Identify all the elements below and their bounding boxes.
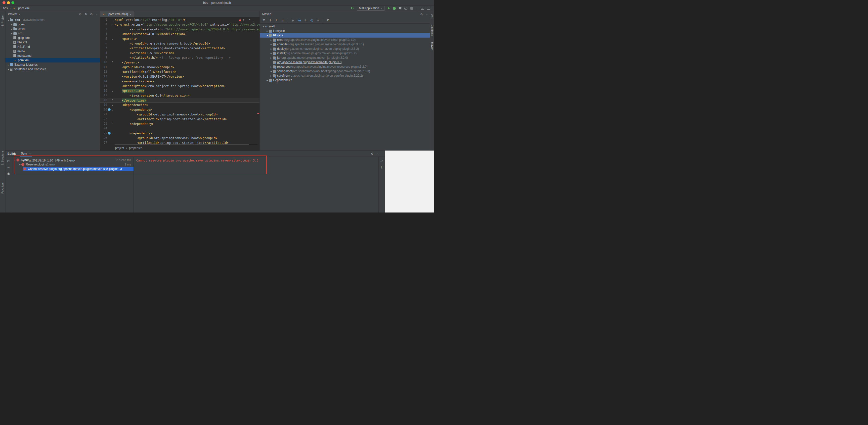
zoom-window-button[interactable] — [11, 1, 14, 4]
chevron-right-icon[interactable]: ▸ — [10, 23, 13, 26]
code-line[interactable]: 17 <java.version>1.8</java.version> — [100, 93, 259, 98]
code-line[interactable]: 8 <version>2.5.3</version> — [100, 51, 259, 55]
project-tree-item[interactable]: HELP.md — [5, 45, 100, 49]
chevron-right-icon[interactable]: ▸ — [270, 52, 273, 55]
chevron-right-icon[interactable]: ▸ — [270, 65, 273, 68]
code-line[interactable]: 22 <artifactId>spring-boot-starter-web</… — [100, 117, 259, 121]
maven-tree-item[interactable]: ▸Lifecycle — [260, 29, 430, 33]
code-line[interactable]: 12 <artifactId>mall</artifactId> — [100, 69, 259, 74]
skip-tests-icon[interactable]: ↯ — [304, 19, 308, 22]
error-stripe-mark[interactable] — [257, 113, 259, 114]
expand-collapse-icon[interactable] — [85, 13, 87, 16]
scroll-to-end-icon[interactable]: ⇓ — [380, 166, 383, 169]
close-icon[interactable] — [29, 151, 31, 155]
prev-error-icon[interactable] — [248, 19, 251, 22]
minimize-window-button[interactable] — [7, 1, 10, 4]
settings-gear-icon[interactable] — [371, 152, 374, 155]
code-line[interactable]: 5⌄ <parent> — [100, 36, 259, 41]
editor-tab-pom-xml[interactable]: pom.xml (mall) — [100, 11, 134, 17]
build-tree-item[interactable]: Cannot resolve plugin org.apache.maven.p… — [12, 167, 133, 171]
code-line[interactable]: 18⌃ </properties> — [100, 98, 259, 103]
code-line[interactable]: 26 <groupId>org.springframework.boot</gr… — [100, 136, 259, 140]
fold-marker[interactable]: ⌄ — [111, 88, 114, 93]
code-line[interactable]: 9 <relativePath/> <!-- lookup parent fro… — [100, 55, 259, 60]
chevron-right-icon[interactable]: ▸ — [10, 32, 13, 35]
code-line[interactable]: 3 xsi:schemaLocation="http://maven.apach… — [100, 27, 259, 32]
offline-mode-icon[interactable]: ◎ — [310, 19, 314, 22]
eye-icon[interactable]: ◉ — [7, 172, 10, 175]
code-line[interactable]: 25⌄ <dependency> — [100, 131, 259, 136]
execute-maven-goal-icon[interactable]: m — [297, 19, 301, 22]
tool-window-button-ant[interactable]: Ant — [431, 14, 434, 19]
project-tree-item[interactable]: ▸.mvn — [5, 27, 100, 31]
project-tree-item[interactable]: bbs.iml — [5, 40, 100, 45]
breadcrumb-item-properties[interactable]: properties — [129, 146, 142, 150]
maven-tree-item[interactable]: ▸resources (org.apache.maven.plugins:mav… — [260, 64, 430, 69]
chevron-right-icon[interactable]: ▸ — [266, 79, 269, 82]
breadcrumb-project[interactable]: bbs — [3, 6, 8, 10]
hide-panel-icon[interactable] — [426, 13, 428, 16]
reload-all-maven-projects-icon[interactable]: ⟳ — [262, 19, 266, 22]
soft-wrap-icon[interactable]: ↩ — [380, 160, 383, 163]
download-sources-icon[interactable]: ⇓ — [275, 19, 279, 22]
chevron-right-icon[interactable]: ▸ — [266, 30, 269, 32]
code-line[interactable]: 6 <groupId>org.springframework.boot</gro… — [100, 41, 259, 46]
project-view-selector[interactable]: Project — [8, 12, 20, 16]
maven-tree-item[interactable]: ▸Dependencies — [260, 78, 430, 82]
project-tree-item[interactable]: ▸.idea — [5, 22, 100, 27]
settings-gear-icon[interactable] — [420, 13, 423, 16]
chevron-down-icon[interactable]: ▾ — [13, 159, 17, 162]
horizontal-scrollbar[interactable] — [115, 144, 257, 145]
run-config-select[interactable]: MallApplication — [357, 6, 385, 11]
code-line[interactable]: 13 <version>0.0.1-SNAPSHOT</version> — [100, 74, 259, 79]
maven-tree-item[interactable]: ▸install (org.apache.maven.plugins:maven… — [260, 51, 430, 56]
fold-marker[interactable]: ⌃ — [111, 121, 114, 126]
project-tree-item[interactable]: ▸src — [5, 31, 100, 35]
maven-tree-item[interactable]: ▸spring-boot (org.springframework.boot:s… — [260, 69, 430, 74]
coverage-button[interactable] — [399, 7, 401, 10]
chevron-right-icon[interactable]: ▸ — [10, 28, 13, 30]
fold-marker[interactable]: ⌄ — [111, 103, 114, 107]
maven-tree-item[interactable]: ▸compiler (org.apache.maven.plugins:mave… — [260, 42, 430, 47]
reload-changed-classes-icon[interactable] — [351, 6, 354, 10]
generate-sources-icon[interactable]: ↧ — [269, 19, 273, 22]
inspections-widget[interactable]: 2 — [238, 19, 256, 22]
fold-marker[interactable]: ⌃ — [111, 60, 114, 65]
maven-tree-item[interactable]: ▸surefire (org.apache.maven.plugins:mave… — [260, 74, 430, 78]
code-line[interactable]: 21 <groupId>org.springframework.boot</gr… — [100, 112, 259, 117]
project-tree-item[interactable]: pom.xml — [5, 58, 100, 62]
hide-panel-icon[interactable] — [377, 152, 378, 155]
code-line[interactable]: 23⌃ </dependency> — [100, 121, 259, 126]
fold-marker[interactable]: ⌃ — [111, 98, 114, 103]
scrollbar-thumb[interactable] — [115, 144, 249, 145]
chevron-right-icon[interactable]: ▸ — [270, 38, 273, 41]
code-line[interactable]: 15 <description>Demo project for Spring … — [100, 84, 259, 88]
breadcrumb-file[interactable]: pom.xml — [18, 6, 29, 10]
code-line[interactable]: 4 <modelVersion>4.0.0</modelVersion> — [100, 32, 259, 36]
code-line[interactable]: 10⌃ </parent> — [100, 60, 259, 65]
tool-window-button-favorites[interactable]: Favorites — [1, 182, 4, 194]
profiler-button[interactable] — [404, 7, 407, 10]
code-line[interactable]: 11 <groupId>com.imooc</groupId> — [100, 65, 259, 69]
next-error-icon[interactable] — [252, 19, 255, 22]
code-line[interactable]: 1<?xml version="1.0" encoding="UTF-8"?> — [100, 18, 259, 22]
build-tree-item[interactable]: ▾Sync: at 2021/8/19, 1:20 下午 with 1 erro… — [12, 158, 133, 162]
project-tree-item[interactable]: mvnw.cmd — [5, 54, 100, 58]
tool-window-button-project[interactable]: 1: Project — [1, 15, 4, 26]
add-maven-project-icon[interactable]: + — [281, 19, 285, 22]
chevron-right-icon[interactable]: ▸ — [270, 75, 273, 77]
maven-tree-item[interactable]: ▾Plugins — [260, 33, 430, 37]
breadcrumb-item-project[interactable]: project — [115, 146, 124, 150]
chevron-down-icon[interactable]: ▾ — [266, 34, 269, 37]
maven-tree-item[interactable]: ▾mall — [260, 24, 430, 29]
fold-marker[interactable]: ⌄ — [111, 107, 114, 112]
close-icon[interactable] — [129, 12, 131, 16]
maven-settings-icon[interactable]: ⚙ — [326, 19, 330, 22]
window-layout-icon[interactable] — [427, 7, 430, 10]
hide-panel-icon[interactable] — [96, 13, 97, 16]
build-tree-item[interactable]: ▾Resolve plugins 1 error1 ms — [12, 162, 133, 167]
maven-tree-item[interactable]: ▸deploy (org.apache.maven.plugins:maven-… — [260, 47, 430, 51]
fold-marker[interactable]: ⌄ — [111, 22, 114, 27]
project-tree-item[interactable]: .gitignore — [5, 35, 100, 40]
tool-window-button-maven[interactable]: Maven — [431, 42, 434, 50]
